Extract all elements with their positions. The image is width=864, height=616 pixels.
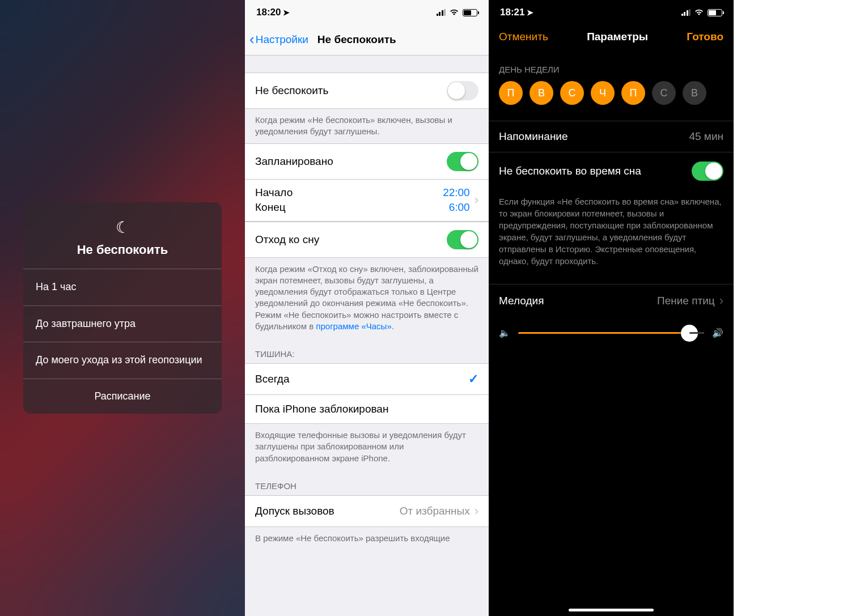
end-value: 6:00 (443, 200, 470, 215)
dnd-option-leave-location[interactable]: До моего ухода из этой геопозиции (23, 342, 222, 378)
dnd-option-1hour[interactable]: На 1 час (23, 269, 222, 305)
checkmark-icon: ✓ (468, 372, 478, 386)
phone-header: ТЕЛЕФОН (245, 470, 489, 495)
chevron-left-icon: ‹ (249, 31, 255, 48)
bedtime-toggle[interactable] (447, 230, 478, 249)
melody-value: Пение птиц (657, 295, 715, 307)
volume-slider-row: 🔈 🔊 (489, 317, 734, 349)
battery-icon (708, 9, 722, 16)
days-header: ДЕНЬ НЕДЕЛИ (489, 51, 734, 81)
status-bar: 18:21 ➤ (489, 0, 734, 25)
slider-thumb[interactable] (681, 325, 698, 342)
dnd-sleep-footer: Если функция «Не беспокоить во время сна… (489, 190, 734, 273)
silence-footer: Входящие телефонные вызовы и уведомления… (245, 424, 489, 470)
allow-value: От избранных (400, 505, 470, 517)
day-toggle[interactable]: В (530, 81, 553, 105)
end-label: Конец (255, 200, 293, 215)
allow-label: Допуск вызовов (255, 505, 334, 517)
location-icon: ➤ (283, 8, 290, 17)
home-indicator[interactable] (569, 609, 654, 611)
chevron-right-icon: › (475, 193, 478, 207)
reminder-row[interactable]: Напоминание 45 мин (489, 121, 734, 152)
volume-slider[interactable] (518, 332, 704, 334)
bedtime-row[interactable]: Отход ко сну (245, 222, 489, 258)
nav-bar: ‹ Настройки Не беспокоить (245, 25, 489, 56)
start-value: 22:00 (443, 185, 470, 201)
dnd-label: Не беспокоить (255, 84, 328, 97)
bedtime-label: Отход ко сну (255, 233, 319, 246)
status-time: 18:20 (256, 7, 281, 18)
melody-row[interactable]: Мелодия Пение птиц › (489, 284, 734, 317)
day-toggle[interactable]: С (560, 81, 584, 105)
day-toggle[interactable]: В (683, 81, 706, 105)
nav-bar: Отменить Параметры Готово (489, 25, 734, 51)
back-label: Настройки (256, 33, 308, 46)
nav-title: Параметры (587, 31, 648, 43)
day-toggle[interactable]: Ч (591, 81, 615, 105)
cellular-icon (681, 9, 691, 16)
nav-title: Не беспокоить (317, 33, 396, 46)
chevron-right-icon: › (475, 504, 478, 519)
day-toggle[interactable]: П (621, 81, 645, 105)
silence-header: ТИШИНА: (245, 338, 489, 363)
dnd-sleep-toggle[interactable] (692, 162, 723, 181)
locked-label: Пока iPhone заблокирован (255, 403, 388, 415)
dnd-quick-actions-screen: ☾ Не беспокоить На 1 час До завтрашнего … (0, 0, 245, 616)
wifi-icon (449, 7, 459, 18)
location-icon: ➤ (527, 8, 533, 17)
dnd-footer-text: Когда режим «Не беспокоить» включен, выз… (245, 109, 489, 143)
dnd-sleep-label: Не беспокоить во время сна (499, 165, 641, 177)
allow-footer: В режиме «Не беспокоить» разрешить входя… (245, 527, 489, 550)
moon-icon: ☾ (116, 218, 130, 237)
silence-locked-row[interactable]: Пока iPhone заблокирован (245, 395, 489, 424)
dnd-schedule-link[interactable]: Расписание (23, 379, 222, 414)
volume-low-icon: 🔈 (499, 328, 510, 338)
popup-header: ☾ Не беспокоить (23, 202, 222, 269)
dnd-toggle[interactable] (447, 81, 478, 100)
clock-app-link[interactable]: программе «Часы» (316, 321, 391, 331)
silence-always-row[interactable]: Всегда ✓ (245, 363, 489, 395)
bedtime-params-screen: 18:21 ➤ Отменить Параметры Готово ДЕНЬ Н… (489, 0, 734, 616)
allow-calls-row[interactable]: Допуск вызовов От избранных › (245, 495, 489, 527)
day-toggle[interactable]: С (652, 81, 676, 105)
wifi-icon (694, 7, 704, 18)
cancel-button[interactable]: Отменить (499, 31, 548, 43)
dnd-sleep-row[interactable]: Не беспокоить во время сна (489, 152, 734, 190)
bedtime-footer: Когда режим «Отход ко сну» включен, забл… (245, 258, 489, 338)
day-toggle[interactable]: П (499, 81, 523, 105)
melody-label: Мелодия (499, 295, 544, 307)
battery-icon (463, 9, 477, 16)
scheduled-label: Запланировано (255, 155, 333, 168)
chevron-right-icon: › (719, 294, 723, 308)
reminder-value: 45 мин (689, 130, 723, 143)
status-time: 18:21 (500, 7, 524, 18)
start-label: Начало (255, 185, 293, 201)
back-button[interactable]: ‹ Настройки (249, 31, 308, 48)
always-label: Всегда (255, 373, 289, 385)
scheduled-row[interactable]: Запланировано (245, 143, 489, 180)
reminder-label: Напоминание (499, 130, 568, 143)
done-button[interactable]: Готово (687, 31, 723, 43)
dnd-option-tomorrow[interactable]: До завтрашнего утра (23, 305, 222, 342)
volume-high-icon: 🔊 (712, 328, 723, 338)
dnd-settings-screen: 18:20 ➤ ‹ Настройки Не беспокоить Не бес… (245, 0, 489, 616)
days-row: ПВСЧПСВ (489, 81, 734, 115)
dnd-toggle-row[interactable]: Не беспокоить (245, 73, 489, 109)
cellular-icon (437, 9, 446, 16)
status-bar: 18:20 ➤ (245, 0, 489, 25)
scheduled-toggle[interactable] (447, 152, 478, 171)
popup-title: Не беспокоить (35, 243, 210, 257)
dnd-popup: ☾ Не беспокоить На 1 час До завтрашнего … (23, 202, 222, 413)
schedule-times-row[interactable]: Начало Конец 22:00 6:00 › (245, 180, 489, 222)
